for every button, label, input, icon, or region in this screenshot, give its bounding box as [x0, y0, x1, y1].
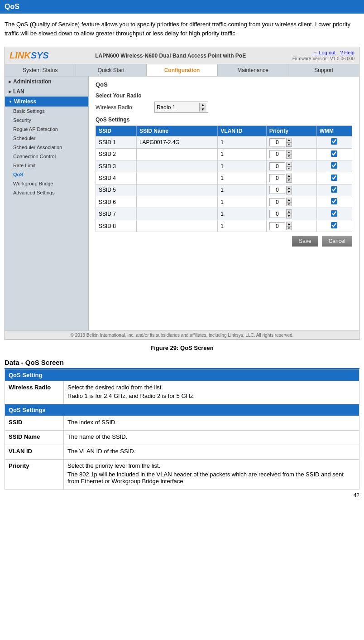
priority-spinner[interactable]: ▲ ▼: [286, 138, 292, 146]
qos-settings-section-title: QoS Settings: [96, 116, 352, 123]
radio-spinner[interactable]: ▲ ▼: [199, 103, 206, 112]
priority-cell[interactable]: ▲ ▼: [266, 208, 316, 220]
priority-up-btn[interactable]: ▲: [286, 186, 292, 190]
priority-cell[interactable]: ▲ ▼: [266, 160, 316, 172]
sidebar-item-qos[interactable]: QoS: [5, 170, 88, 179]
data-section-title: Data - QoS Screen: [5, 359, 359, 369]
vlan-cell: 1: [218, 172, 267, 184]
priority-down-btn[interactable]: ▼: [286, 190, 292, 194]
priority-down-btn[interactable]: ▼: [286, 226, 292, 231]
spinner-down-btn[interactable]: ▼: [200, 107, 206, 112]
content-title: QoS: [96, 81, 352, 88]
priority-up-btn[interactable]: ▲: [286, 222, 292, 226]
tab-quick-start[interactable]: Quick Start: [76, 64, 147, 76]
priority-cell[interactable]: ▲ ▼: [266, 220, 316, 232]
priority-cell[interactable]: ▲ ▼: [266, 136, 316, 148]
wmm-cell[interactable]: [316, 220, 352, 232]
col-ssid: SSID: [96, 126, 137, 136]
priority-up-btn[interactable]: ▲: [286, 198, 292, 202]
priority-spinner[interactable]: ▲ ▼: [286, 150, 292, 159]
priority-spinner[interactable]: ▲ ▼: [286, 186, 292, 194]
router-logo: LINKSYS: [10, 50, 49, 61]
sidebar-item-administration[interactable]: ▶ Administration: [5, 77, 88, 87]
priority-spinner[interactable]: ▲ ▼: [286, 222, 292, 230]
wireless-radio-select[interactable]: Radio 1 ▲ ▼: [154, 102, 208, 113]
priority-input[interactable]: [269, 150, 285, 158]
save-button[interactable]: Save: [292, 236, 318, 247]
ssid-name-cell: [136, 196, 217, 208]
priority-down-btn[interactable]: ▼: [286, 154, 292, 159]
sidebar-item-lan[interactable]: ▶ LAN: [5, 87, 88, 97]
vlan-cell: 1: [218, 220, 267, 232]
priority-down-btn[interactable]: ▼: [286, 178, 292, 183]
ssid-name-cell: [136, 208, 217, 220]
wmm-cell[interactable]: [316, 208, 352, 220]
data-field-value: The index of SSID.: [64, 416, 359, 431]
wmm-cell[interactable]: [316, 184, 352, 196]
priority-input[interactable]: [269, 162, 285, 170]
sidebar-item-workgroup-bridge[interactable]: Workgroup Bridge: [5, 179, 88, 188]
priority-input[interactable]: [269, 186, 285, 194]
col-vlan-id: VLAN ID: [218, 126, 267, 136]
wmm-checkbox[interactable]: [331, 162, 337, 169]
priority-up-btn[interactable]: ▲: [286, 162, 292, 166]
priority-input[interactable]: [269, 210, 285, 218]
help-link[interactable]: ? Help: [340, 50, 354, 55]
wmm-checkbox[interactable]: [331, 198, 337, 204]
priority-down-btn[interactable]: ▼: [286, 202, 292, 207]
wmm-checkbox[interactable]: [331, 186, 337, 193]
tab-system-status[interactable]: System Status: [5, 64, 76, 76]
sidebar-item-scheduler[interactable]: Scheduler: [5, 134, 88, 143]
priority-down-btn[interactable]: ▼: [286, 166, 292, 171]
priority-input[interactable]: [269, 198, 285, 206]
priority-cell[interactable]: ▲ ▼: [266, 196, 316, 208]
priority-cell[interactable]: ▲ ▼: [266, 184, 316, 196]
tab-maintenance[interactable]: Maintenance: [218, 64, 289, 76]
ssid-cell: SSID 3: [96, 160, 137, 172]
wmm-cell[interactable]: [316, 172, 352, 184]
spinner-up-btn[interactable]: ▲: [200, 103, 206, 107]
wmm-checkbox[interactable]: [331, 138, 337, 145]
priority-input[interactable]: [269, 138, 285, 146]
cancel-button[interactable]: Cancel: [322, 236, 352, 247]
data-group-header: QoS Settings: [5, 404, 359, 416]
priority-spinner[interactable]: ▲ ▼: [286, 162, 292, 170]
priority-up-btn[interactable]: ▲: [286, 209, 292, 214]
priority-down-btn[interactable]: ▼: [286, 214, 292, 218]
data-table-row: SSID Name The name of the SSID.: [5, 431, 359, 445]
sidebar-item-security[interactable]: Security: [5, 116, 88, 125]
priority-up-btn[interactable]: ▲: [286, 174, 292, 178]
wmm-cell[interactable]: [316, 160, 352, 172]
sidebar-item-rogue-ap[interactable]: Rogue AP Detection: [5, 125, 88, 134]
priority-spinner[interactable]: ▲ ▼: [286, 198, 292, 206]
sidebar-item-wireless[interactable]: ▼ Wireless: [5, 97, 88, 107]
wmm-checkbox[interactable]: [331, 175, 337, 181]
priority-spinner[interactable]: ▲ ▼: [286, 174, 292, 182]
sidebar-item-connection-control[interactable]: Connection Control: [5, 152, 88, 161]
vlan-cell: 1: [218, 196, 267, 208]
sidebar-item-scheduler-assoc[interactable]: Scheduler Association: [5, 143, 88, 152]
priority-up-btn[interactable]: ▲: [286, 138, 292, 142]
wmm-cell[interactable]: [316, 196, 352, 208]
wmm-checkbox[interactable]: [331, 222, 337, 228]
tab-support[interactable]: Support: [288, 64, 359, 76]
tab-configuration[interactable]: Configuration: [147, 64, 218, 76]
sidebar-item-rate-limit[interactable]: Rate Limit: [5, 161, 88, 170]
priority-input[interactable]: [269, 174, 285, 182]
wmm-cell[interactable]: [316, 148, 352, 160]
priority-down-btn[interactable]: ▼: [286, 142, 292, 147]
router-ui: LINKSYS LAPN600 Wireless-N600 Dual Band …: [5, 47, 359, 340]
wmm-cell[interactable]: [316, 136, 352, 148]
sidebar-item-basic-settings[interactable]: Basic Settings: [5, 107, 88, 116]
table-row: SSID 3 1 ▲ ▼: [96, 160, 352, 172]
sidebar-item-advanced-settings[interactable]: Advanced Settings: [5, 188, 88, 197]
wmm-checkbox[interactable]: [331, 150, 337, 157]
priority-up-btn[interactable]: ▲: [286, 150, 292, 155]
priority-cell[interactable]: ▲ ▼: [266, 148, 316, 160]
wmm-checkbox[interactable]: [331, 210, 337, 217]
priority-cell[interactable]: ▲ ▼: [266, 172, 316, 184]
priority-spinner[interactable]: ▲ ▼: [286, 209, 292, 218]
vlan-cell: 1: [218, 136, 267, 148]
priority-input[interactable]: [269, 222, 285, 230]
logout-link[interactable]: → Log out: [312, 50, 335, 55]
